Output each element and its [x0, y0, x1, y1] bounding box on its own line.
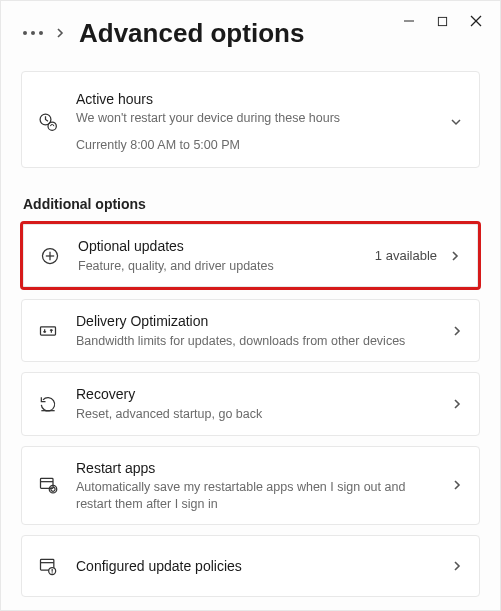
- restart-apps-sub: Automatically save my restartable apps w…: [76, 479, 443, 513]
- delivery-optimization-card[interactable]: Delivery Optimization Bandwidth limits f…: [21, 299, 480, 362]
- optional-updates-count: 1 available: [375, 248, 437, 263]
- active-hours-current: Currently 8:00 AM to 5:00 PM: [76, 137, 441, 153]
- optional-updates-title: Optional updates: [78, 237, 367, 255]
- restart-apps-title: Restart apps: [76, 459, 443, 477]
- chevron-right-icon: [451, 559, 463, 573]
- delivery-sub: Bandwidth limits for updates, downloads …: [76, 333, 443, 350]
- minimize-button[interactable]: [403, 15, 415, 27]
- window-controls: [403, 1, 500, 41]
- svg-point-18: [52, 573, 53, 574]
- configured-policies-card[interactable]: Configured update policies: [21, 535, 480, 597]
- close-button[interactable]: [470, 15, 482, 27]
- svg-rect-9: [41, 327, 56, 335]
- active-hours-sub: We won't restart your device during thes…: [76, 110, 441, 127]
- page-title: Advanced options: [79, 18, 304, 49]
- policies-icon: [38, 556, 58, 576]
- chevron-right-icon: [451, 478, 463, 492]
- active-hours-icon: [38, 112, 58, 132]
- chevron-down-icon: [449, 115, 463, 129]
- active-hours-title: Active hours: [76, 90, 441, 108]
- optional-updates-sub: Feature, quality, and driver updates: [78, 258, 367, 275]
- active-hours-card[interactable]: Active hours We won't restart your devic…: [21, 71, 480, 168]
- delivery-title: Delivery Optimization: [76, 312, 443, 330]
- chevron-right-icon: [451, 397, 463, 411]
- delivery-icon: [38, 321, 58, 341]
- configured-policies-title: Configured update policies: [76, 557, 443, 575]
- svg-rect-1: [438, 17, 446, 25]
- recovery-icon: [38, 394, 58, 414]
- recovery-sub: Reset, advanced startup, go back: [76, 406, 443, 423]
- restart-apps-card[interactable]: Restart apps Automatically save my resta…: [21, 446, 480, 526]
- svg-point-5: [48, 122, 56, 130]
- maximize-button[interactable]: [437, 16, 448, 27]
- restart-apps-icon: [38, 475, 58, 495]
- optional-updates-card[interactable]: Optional updates Feature, quality, and d…: [23, 224, 478, 287]
- plus-circle-icon: [40, 246, 60, 266]
- chevron-right-icon: [449, 249, 461, 263]
- highlight-box: Optional updates Feature, quality, and d…: [21, 222, 480, 289]
- additional-options-heading: Additional options: [23, 196, 480, 212]
- recovery-card[interactable]: Recovery Reset, advanced startup, go bac…: [21, 372, 480, 435]
- recovery-title: Recovery: [76, 385, 443, 403]
- breadcrumb-chevron-icon: [55, 26, 65, 40]
- more-icon[interactable]: [23, 31, 43, 35]
- chevron-right-icon: [451, 324, 463, 338]
